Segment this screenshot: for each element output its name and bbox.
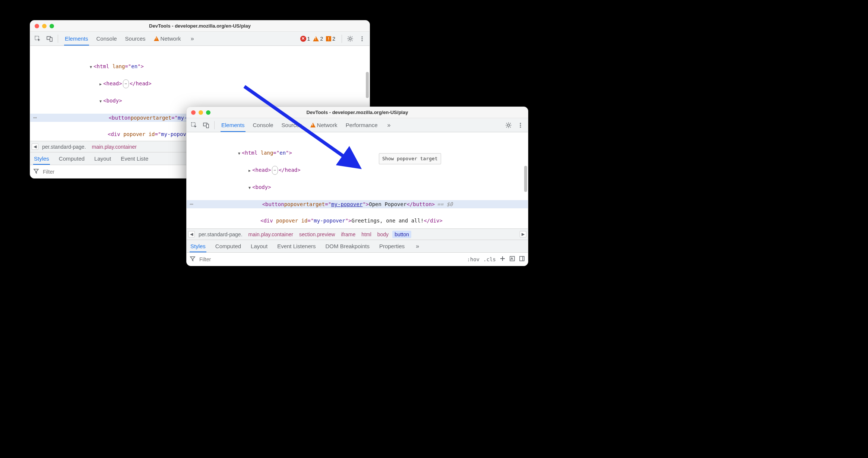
tabs-overflow-icon[interactable]: »	[189, 35, 196, 42]
warning-icon	[313, 36, 319, 41]
tab-network[interactable]: Network	[153, 32, 182, 45]
svg-rect-8	[206, 124, 209, 128]
breadcrumb-item[interactable]: per.standard-page.	[196, 231, 245, 238]
scrollbar-thumb[interactable]	[366, 72, 369, 98]
minimize-window-button[interactable]	[199, 110, 203, 115]
subtab-event-listeners[interactable]: Event Liste	[120, 153, 149, 164]
tooltip-show-popover-target: Show popover target	[379, 153, 441, 164]
tab-sources[interactable]: Sources	[124, 32, 146, 45]
breadcrumb-item[interactable]: main.play.container	[246, 231, 295, 238]
tabs-overflow-icon[interactable]: »	[385, 122, 393, 129]
toolbar-divider	[214, 121, 215, 129]
subtab-properties[interactable]: Properties	[378, 241, 405, 252]
zoom-window-button[interactable]	[50, 24, 54, 28]
dom-node-button-selected[interactable]: ⋯<button popovertarget="my-popover">Open…	[187, 200, 528, 208]
breadcrumb-bar: ◀ per.standard-page. main.play.container…	[187, 228, 528, 240]
console-badges[interactable]: ✕1 2 !2	[297, 36, 339, 42]
breadcrumb-scroll-left-icon[interactable]: ◀	[188, 231, 195, 237]
filter-icon	[190, 256, 196, 263]
gutter-actions-icon[interactable]: ⋯	[190, 200, 195, 208]
subtab-layout[interactable]: Layout	[94, 153, 112, 164]
error-icon: ✕	[300, 36, 306, 42]
tab-console[interactable]: Console	[252, 119, 274, 131]
breadcrumb-item[interactable]: main.play.container	[90, 143, 139, 151]
zoom-window-button[interactable]	[206, 110, 210, 115]
subtab-styles[interactable]: Styles	[33, 153, 50, 165]
gear-icon[interactable]	[503, 120, 514, 130]
close-window-button[interactable]	[35, 24, 39, 28]
dom-node-body[interactable]: <body>	[187, 183, 528, 192]
tab-network-label: Network	[161, 35, 181, 42]
warning-icon	[310, 123, 316, 127]
tab-sources[interactable]: Sources	[281, 119, 303, 131]
error-count: 1	[307, 36, 310, 42]
tab-network-label: Network	[317, 122, 338, 128]
computed-styles-icon[interactable]	[509, 256, 515, 263]
device-toggle-icon[interactable]	[44, 34, 55, 44]
kebab-menu-icon[interactable]	[357, 34, 367, 44]
inspect-element-icon[interactable]	[32, 34, 43, 44]
breadcrumb-scroll-right-icon[interactable]: ▶	[520, 231, 526, 237]
subtab-styles[interactable]: Styles	[190, 241, 206, 252]
tab-network[interactable]: Network	[310, 119, 338, 131]
styles-tools: :hov .cls	[467, 256, 525, 263]
dom-tree[interactable]: <html lang="en"> <head>⋯</head> <body> ⋯…	[187, 132, 528, 228]
svg-point-11	[520, 126, 521, 127]
toggle-sidebar-icon[interactable]	[519, 256, 525, 263]
titlebar: DevTools - developer.mozilla.org/en-US/p…	[30, 20, 370, 32]
panel-tabs: Elements Console Sources Network »	[64, 32, 295, 45]
subtabs-overflow-icon[interactable]: »	[414, 243, 421, 250]
tab-performance[interactable]: Performance	[345, 119, 378, 131]
gutter-actions-icon[interactable]: ⋯	[33, 114, 39, 122]
new-style-rule-icon[interactable]	[500, 256, 506, 263]
breadcrumb-item[interactable]: section.preview	[297, 231, 338, 238]
dom-node-html[interactable]: <html lang="en">	[30, 62, 370, 71]
styles-filter-row: :hov .cls	[187, 252, 528, 266]
svg-rect-13	[520, 256, 524, 261]
tab-elements[interactable]: Elements	[221, 119, 245, 132]
svg-point-3	[361, 36, 362, 37]
breadcrumb-item[interactable]: iframe	[339, 231, 358, 238]
breadcrumb-scroll-left-icon[interactable]: ◀	[32, 143, 38, 150]
subtab-computed[interactable]: Computed	[58, 153, 85, 164]
window-title: DevTools - developer.mozilla.org/en-US/p…	[30, 23, 370, 29]
titlebar: DevTools - developer.mozilla.org/en-US/p…	[187, 107, 528, 118]
dom-node-body[interactable]: <body>	[30, 97, 370, 105]
devtools-toolbar: Elements Console Sources Network » ✕1 2 …	[30, 32, 370, 46]
collapsed-ellipsis-icon[interactable]: ⋯	[123, 79, 129, 88]
scrollbar-thumb[interactable]	[524, 166, 527, 192]
dom-node-head[interactable]: <head>⋯</head>	[187, 166, 528, 175]
toolbar-divider	[58, 35, 58, 43]
styles-subtabs: Styles Computed Layout Event Listeners D…	[187, 240, 528, 252]
issue-icon: !	[326, 36, 331, 41]
window-title: DevTools - developer.mozilla.org/en-US/p…	[187, 110, 528, 115]
svg-point-5	[361, 40, 362, 41]
subtab-layout[interactable]: Layout	[250, 241, 268, 252]
kebab-menu-icon[interactable]	[515, 120, 526, 130]
panel-tabs: Elements Console Sources Network Perform…	[221, 118, 502, 132]
close-window-button[interactable]	[191, 110, 196, 115]
hov-toggle[interactable]: :hov	[467, 256, 480, 262]
gear-icon[interactable]	[345, 34, 355, 44]
subtab-dom-breakpoints[interactable]: DOM Breakpoints	[325, 241, 370, 252]
tab-console[interactable]: Console	[96, 32, 118, 45]
breadcrumb-item[interactable]: per.standard-page.	[40, 143, 88, 151]
breadcrumb-item[interactable]: body	[375, 231, 391, 238]
minimize-window-button[interactable]	[42, 24, 47, 28]
dom-node-div[interactable]: <div popover id="my-popover">Greetings, …	[187, 217, 528, 225]
popovertarget-link[interactable]: my-popover	[331, 200, 362, 208]
breadcrumb-item[interactable]: html	[359, 231, 373, 238]
dom-node-html[interactable]: <html lang="en">	[187, 149, 528, 158]
tab-elements[interactable]: Elements	[64, 32, 89, 45]
cls-toggle[interactable]: .cls	[483, 256, 496, 262]
subtab-computed[interactable]: Computed	[215, 241, 242, 252]
devtools-toolbar: Elements Console Sources Network Perform…	[187, 118, 528, 132]
breadcrumb-item-selected[interactable]: button	[392, 231, 411, 238]
dom-node-head[interactable]: <head>⋯</head>	[30, 79, 370, 88]
subtab-event-listeners[interactable]: Event Listeners	[276, 241, 316, 252]
inspect-element-icon[interactable]	[189, 120, 199, 130]
filter-input[interactable]	[199, 256, 464, 263]
collapsed-ellipsis-icon[interactable]: ⋯	[272, 166, 278, 175]
device-toggle-icon[interactable]	[201, 120, 211, 130]
issue-count: 2	[332, 36, 335, 42]
